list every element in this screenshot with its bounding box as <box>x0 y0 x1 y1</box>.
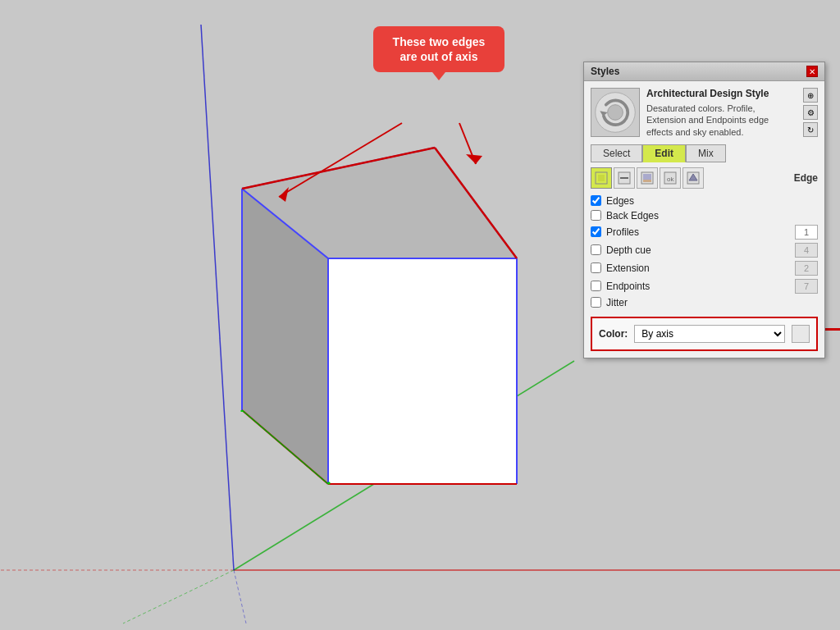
background-settings-icon[interactable] <box>637 167 658 189</box>
svg-text:ok: ok <box>667 176 674 183</box>
svg-line-4 <box>201 25 234 570</box>
checkbox-jitter: Jitter <box>591 297 818 308</box>
right-edge-indicator <box>824 328 840 331</box>
checkboxes-section: Edges Back Edges Profiles Depth cue <box>591 195 818 308</box>
model-settings-icon[interactable] <box>682 167 704 189</box>
checkbox-extension: Extension <box>591 261 818 276</box>
tab-edit[interactable]: Edit <box>642 144 686 162</box>
svg-marker-26 <box>466 154 482 164</box>
checkbox-depth-cue: Depth cue <box>591 243 818 258</box>
depth-cue-number <box>795 243 818 258</box>
checkbox-profiles: Profiles <box>591 225 818 240</box>
panel-body: Architectural Design Style Desaturated c… <box>584 81 824 358</box>
checkbox-edges: Edges <box>591 195 818 207</box>
panel-titlebar: Styles ✕ <box>584 62 824 81</box>
watermark-settings-icon[interactable]: ok <box>660 167 681 189</box>
icon-toolbar-left: ok <box>591 167 704 189</box>
tab-select[interactable]: Select <box>591 144 642 162</box>
side-icon-1[interactable]: ⊕ <box>803 88 818 103</box>
checkbox-endpoints: Endpoints <box>591 279 818 294</box>
style-thumbnail[interactable] <box>591 88 640 137</box>
edges-label: Edges <box>606 195 818 207</box>
svg-line-3 <box>123 570 234 623</box>
depth-cue-checkbox[interactable] <box>591 244 601 255</box>
profiles-label: Profiles <box>606 226 790 238</box>
back-edges-label: Back Edges <box>606 210 818 221</box>
svg-point-29 <box>608 105 623 121</box>
profiles-number[interactable] <box>795 225 818 240</box>
side-icons: ⊕ ⚙ ↻ <box>803 88 818 137</box>
svg-line-20 <box>328 482 330 484</box>
extension-label: Extension <box>606 262 790 274</box>
edge-label: Edge <box>794 172 818 184</box>
tab-mix[interactable]: Mix <box>686 144 726 162</box>
svg-line-5 <box>234 570 246 623</box>
tooltip-bubble: These two edges are out of axis <box>373 26 504 72</box>
back-edges-checkbox[interactable] <box>591 210 601 221</box>
icon-toolbar: ok Edge <box>591 167 818 189</box>
jitter-checkbox[interactable] <box>591 297 601 308</box>
endpoints-checkbox[interactable] <box>591 281 601 291</box>
endpoints-number <box>795 279 818 294</box>
side-icon-3[interactable]: ↻ <box>803 122 818 137</box>
styles-panel: Styles ✕ Architectural Design S <box>583 62 825 358</box>
panel-title: Styles <box>591 66 619 77</box>
viewport: These two edges are out of axis Styles ✕ <box>0 0 840 630</box>
jitter-label: Jitter <box>606 297 818 308</box>
endpoints-label: Endpoints <box>606 281 790 292</box>
color-swatch[interactable] <box>792 325 810 343</box>
extension-checkbox[interactable] <box>591 262 601 273</box>
depth-cue-label: Depth cue <box>606 244 790 256</box>
color-row: Color: By axis All same By material By o… <box>591 317 818 351</box>
svg-rect-31 <box>598 175 605 181</box>
extension-number <box>795 261 818 276</box>
color-dropdown[interactable]: By axis All same By material By object <box>634 325 785 343</box>
style-desc: Desaturated colors. Profile, Extension a… <box>646 103 793 138</box>
checkbox-back-edges: Back Edges <box>591 210 818 221</box>
svg-rect-35 <box>643 174 651 180</box>
profiles-checkbox[interactable] <box>591 226 601 237</box>
edges-checkbox[interactable] <box>591 195 601 206</box>
edge-settings-icon[interactable] <box>614 167 635 189</box>
face-settings-icon[interactable] <box>591 167 612 189</box>
style-name: Architectural Design Style <box>646 88 793 99</box>
color-label: Color: <box>599 328 628 340</box>
tabs-row: Select Edit Mix <box>591 144 818 162</box>
style-preview-row: Architectural Design Style Desaturated c… <box>591 88 818 138</box>
panel-close-button[interactable]: ✕ <box>806 66 818 77</box>
svg-rect-36 <box>643 180 651 182</box>
side-icon-2[interactable]: ⚙ <box>803 105 818 120</box>
svg-marker-6 <box>328 258 517 484</box>
style-info: Architectural Design Style Desaturated c… <box>646 88 793 138</box>
